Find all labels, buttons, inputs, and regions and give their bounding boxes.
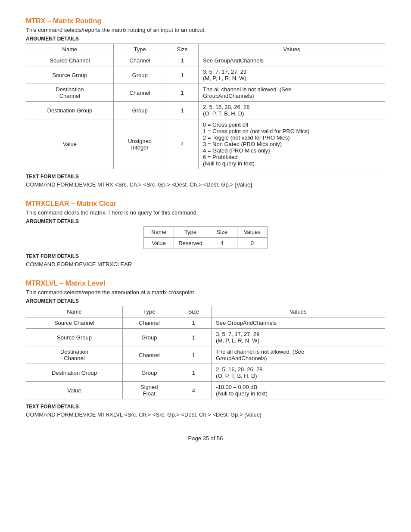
mtrxlvl-text-form: COMMAND FORM:DEVICE MTRXLVL <Src. Ch.> <…	[26, 411, 385, 418]
col-values: Values	[198, 44, 385, 55]
mtrx-text-form-label: TEXT FORM DETAILS	[26, 174, 385, 180]
cell-type: UnsignedInteger	[113, 119, 166, 169]
cell-size: 1	[176, 329, 211, 346]
page-footer: Page 35 of 56	[26, 435, 385, 442]
col-size: Size	[207, 227, 237, 238]
cell-size: 4	[176, 382, 211, 399]
mtrxlvl-title: MTRXLVL – Matrix Level	[26, 280, 385, 287]
table-row: Source Group Group 1 3, 5, 7, 17, 27, 29…	[26, 66, 385, 84]
cell-values: 0 = Cross point off 1 = Cross point on (…	[198, 119, 385, 169]
cell-name: DestinationChannel	[26, 84, 114, 102]
mtrxclear-text-form-label: TEXT FORM DETAILS	[26, 253, 385, 259]
cell-name: Source Group	[26, 329, 123, 346]
cell-name: DestinationChannel	[26, 346, 123, 364]
cell-name: Source Channel	[26, 55, 114, 66]
cell-type: Group	[122, 329, 176, 346]
cell-name: Value	[26, 119, 114, 169]
table-row: Destination Group Group 1 2, 5, 16, 20, …	[26, 364, 385, 382]
mtrx-table: Name Type Size Values Source Channel Cha…	[26, 44, 385, 169]
mtrx-argument-label: ARGUMENT DETAILS	[26, 36, 385, 42]
mtrxlvl-argument-label: ARGUMENT DETAILS	[26, 298, 385, 304]
mtrxclear-argument-label: ARGUMENT DETAILS	[26, 218, 385, 224]
col-name: Name	[26, 306, 123, 317]
cell-name: Destination Group	[26, 102, 114, 119]
mtrxclear-text-form: COMMAND FORM:DEVICE MTRXCLEAR	[26, 261, 385, 268]
cell-values: See GroupAndChannels	[198, 55, 385, 66]
cell-size: 4	[207, 238, 237, 249]
cell-size: 1	[176, 317, 211, 329]
cell-name: Source Group	[26, 66, 114, 84]
mtrx-text-form: COMMAND FORM:DEVICE MTRX <Src. Ch.> <Src…	[26, 181, 385, 188]
col-name: Name	[144, 227, 174, 238]
cell-size: 1	[176, 346, 211, 364]
table-row: Source Channel Channel 1 See GroupAndCha…	[26, 317, 385, 329]
cell-size: 4	[166, 119, 199, 169]
cell-values: -18.00 – 0.00 dB(Null to query in text)	[212, 382, 385, 399]
table-row: Value SignedFloat 4 -18.00 – 0.00 dB(Nul…	[26, 382, 385, 399]
col-type: Type	[113, 44, 166, 55]
col-size: Size	[166, 44, 199, 55]
table-row: Value UnsignedInteger 4 0 = Cross point …	[26, 119, 385, 169]
cell-name: Value	[26, 382, 123, 399]
col-size: Size	[176, 306, 211, 317]
cell-size: 1	[166, 55, 199, 66]
col-values: Values	[237, 227, 267, 238]
mtrxlvl-desc: This command selects/reports the attenua…	[26, 289, 385, 296]
cell-type: Group	[122, 364, 176, 382]
cell-name: Value	[144, 238, 174, 249]
cell-name: Source Channel	[26, 317, 123, 329]
cell-type: Channel	[122, 346, 176, 364]
col-values: Values	[212, 306, 385, 317]
cell-type: Group	[113, 66, 166, 84]
mtrxlvl-section: MTRXLVL – Matrix Level This command sele…	[26, 280, 385, 418]
cell-type: Channel	[113, 84, 166, 102]
cell-values: The all channel is not allowed. (SeeGrou…	[212, 346, 385, 364]
table-row: DestinationChannel Channel 1 The all cha…	[26, 84, 385, 102]
cell-type: Group	[113, 102, 166, 119]
table-row: Value Reserved 4 0	[144, 238, 268, 249]
mtrx-section: MTRX – Matrix Routing This command selec…	[26, 17, 385, 188]
cell-name: Destination Group	[26, 364, 123, 382]
cell-type: Channel	[113, 55, 166, 66]
mtrxclear-section: MTRXCLEAR – Matrix Clear This command cl…	[26, 200, 385, 268]
col-type: Type	[122, 306, 176, 317]
mtrx-desc: This command selects/reports the matrix …	[26, 27, 385, 33]
mtrxclear-desc: This command clears the matrix. There is…	[26, 209, 385, 216]
cell-values: 2, 5, 16, 20, 26, 28(O, P, T, B, H, D)	[198, 102, 385, 119]
cell-size: 1	[166, 66, 199, 84]
cell-type: SignedFloat	[122, 382, 176, 399]
cell-values: The all channel is not allowed. (SeeGrou…	[198, 84, 385, 102]
cell-values: 3, 5, 7, 17, 27, 29(M, P, L, R, N, W)	[212, 329, 385, 346]
cell-size: 1	[166, 84, 199, 102]
mtrx-title: MTRX – Matrix Routing	[26, 17, 385, 25]
mtrxlvl-table: Name Type Size Values Source Channel Cha…	[26, 306, 385, 399]
cell-values: 0	[237, 238, 267, 249]
cell-type: Reserved	[174, 238, 207, 249]
cell-type: Channel	[122, 317, 176, 329]
cell-size: 1	[166, 102, 199, 119]
cell-values: 2, 5, 16, 20, 26, 28(O, P, T, B, H, D)	[212, 364, 385, 382]
cell-values: See GroupAndChannels	[212, 317, 385, 329]
table-row: Destination Group Group 1 2, 5, 16, 20, …	[26, 102, 385, 119]
col-name: Name	[26, 44, 114, 55]
mtrxlvl-text-form-label: TEXT FORM DETAILS	[26, 404, 385, 410]
cell-values: 3, 5, 7, 17, 27, 29(M, P, L, R, N, W)	[198, 66, 385, 84]
table-row: Source Group Group 1 3, 5, 7, 17, 27, 29…	[26, 329, 385, 346]
table-row: Source Channel Channel 1 See GroupAndCha…	[26, 55, 385, 66]
col-type: Type	[174, 227, 207, 238]
mtrxclear-table: Name Type Size Values Value Reserved 4 0	[143, 226, 268, 249]
mtrxclear-title: MTRXCLEAR – Matrix Clear	[26, 200, 385, 208]
table-row: DestinationChannel Channel 1 The all cha…	[26, 346, 385, 364]
cell-size: 1	[176, 364, 211, 382]
